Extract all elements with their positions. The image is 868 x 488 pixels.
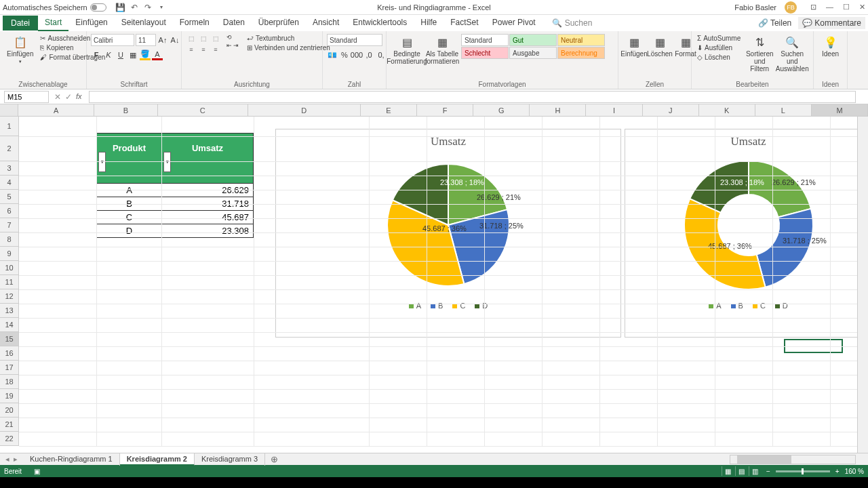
tab-ansicht[interactable]: Ansicht <box>306 15 346 31</box>
merge-button[interactable]: ⊞ Verbinden und zentrieren <box>245 43 332 52</box>
close-icon[interactable]: ✕ <box>859 3 865 12</box>
font-size-select[interactable]: 11 <box>136 34 156 46</box>
row-header[interactable]: 20 <box>0 403 19 418</box>
col-header[interactable]: M <box>812 104 868 116</box>
undo-icon[interactable]: ↶ <box>130 3 139 12</box>
inc-decimal-button[interactable]: ,0 <box>363 49 374 60</box>
autosave-toggle[interactable]: Automatisches Speichern <box>3 3 106 12</box>
row-header[interactable]: 19 <box>0 389 19 403</box>
col-header[interactable]: D <box>248 104 361 116</box>
col-header[interactable]: E <box>361 104 417 116</box>
table-row[interactable]: D23.308 <box>97 224 253 237</box>
filter-icon[interactable]: ▾ <box>163 152 171 172</box>
table-row[interactable]: B31.718 <box>97 197 253 210</box>
tab-power pivot[interactable]: Power Pivot <box>486 15 542 31</box>
horizontal-scrollbar[interactable] <box>730 455 856 464</box>
tab-next-icon[interactable]: ▸ <box>14 455 18 464</box>
data-table[interactable]: Produkt▾ Umsatz▾ A26.629B31.718C45.687D2… <box>96 133 254 238</box>
percent-button[interactable]: % <box>339 49 350 60</box>
col-header[interactable]: F <box>417 104 473 116</box>
insert-cells-button[interactable]: ▦Einfügen <box>623 34 646 59</box>
add-sheet-button[interactable]: ⊕ <box>265 454 283 464</box>
col-header[interactable]: J <box>643 104 699 116</box>
ideas-button[interactable]: 💡Ideen <box>818 34 843 59</box>
tab-überprüfen[interactable]: Überprüfen <box>252 15 306 31</box>
wrap-text-button[interactable]: ⮐ Textumbruch <box>245 34 332 43</box>
table-format-button[interactable]: ▦Als Tabelle formatieren <box>426 34 458 66</box>
alignment-grid[interactable]: ⬚⬚⬚≡≡≡ <box>186 34 221 54</box>
tab-seitenlayout[interactable]: Seitenlayout <box>115 15 173 31</box>
tab-einfügen[interactable]: Einfügen <box>68 15 114 31</box>
search-box[interactable]: 🔍 Suchen <box>552 18 593 28</box>
row-header[interactable]: 17 <box>0 361 19 375</box>
row-header[interactable]: 9 <box>0 247 19 261</box>
row-header[interactable]: 6 <box>0 204 19 218</box>
bold-button[interactable]: F <box>91 49 102 60</box>
indent-dec-button[interactable]: ⇤ <box>226 42 232 49</box>
paste-button[interactable]: 📋Einfügen▾ <box>4 34 36 66</box>
minimize-icon[interactable]: — <box>826 3 833 12</box>
tab-file[interactable]: Datei <box>3 16 38 30</box>
ribbon-options-icon[interactable]: ⊡ <box>810 3 816 12</box>
zoom-slider[interactable] <box>776 470 830 472</box>
number-format-select[interactable]: Standard <box>327 34 382 46</box>
conditional-format-button[interactable]: ▤Bedingte Formatierung <box>391 34 423 66</box>
confirm-formula-icon[interactable]: ✓ <box>65 92 72 102</box>
row-header[interactable]: 8 <box>0 232 19 247</box>
row-header[interactable]: 4 <box>0 176 19 190</box>
underline-button[interactable]: U <box>115 49 126 60</box>
tab-hilfe[interactable]: Hilfe <box>414 15 443 31</box>
indent-inc-button[interactable]: ⇥ <box>233 42 239 49</box>
row-header[interactable]: 13 <box>0 304 19 318</box>
vertical-scrollbar[interactable] <box>857 117 868 453</box>
font-name-select[interactable]: Calibri <box>91 34 134 46</box>
doughnut-chart[interactable]: Umsatz 26.629 ; 21% 31.718 ; 25% 45.687 … <box>625 129 868 338</box>
row-header[interactable]: 21 <box>0 418 19 432</box>
row-header[interactable]: 11 <box>0 275 19 289</box>
row-header[interactable]: 18 <box>0 375 19 389</box>
tab-daten[interactable]: Daten <box>216 15 252 31</box>
tab-entwicklertools[interactable]: Entwicklertools <box>346 15 414 31</box>
redo-icon[interactable]: ↷ <box>143 3 153 12</box>
row-header[interactable]: 14 <box>0 318 19 332</box>
normal-view-icon[interactable]: ▦ <box>722 466 734 476</box>
spreadsheet-grid[interactable]: ABCDEFGHIJKLM 12345678910111213141516171… <box>0 104 868 453</box>
fill-color-button[interactable]: 🪣 <box>140 49 151 60</box>
currency-button[interactable]: 💶 <box>327 49 338 60</box>
find-select-button[interactable]: 🔍Suchen und Auswählen <box>777 34 807 74</box>
row-header[interactable]: 22 <box>0 432 19 446</box>
sheet-tab[interactable]: Kreisdiagramm 2 <box>120 453 195 466</box>
filter-icon[interactable]: ▾ <box>98 152 106 172</box>
col-header[interactable]: G <box>473 104 530 116</box>
share-button[interactable]: 🔗Teilen <box>754 17 795 29</box>
italic-button[interactable]: K <box>103 49 114 60</box>
user-avatar[interactable]: FB <box>785 1 797 14</box>
delete-cells-button[interactable]: ▦Löschen <box>648 34 671 59</box>
sheet-tab[interactable]: Kuchen-Ringdiagramm 1 <box>23 453 120 466</box>
cell-styles[interactable]: Standard Gut Neutral Schlecht Ausgabe Be… <box>461 34 605 59</box>
user-name[interactable]: Fabio Basler <box>734 3 776 12</box>
name-box[interactable]: M15 <box>4 91 49 103</box>
row-header[interactable]: 16 <box>0 346 19 361</box>
maximize-icon[interactable]: ☐ <box>843 3 850 12</box>
col-header[interactable]: H <box>530 104 586 116</box>
tab-start[interactable]: Start <box>38 15 68 31</box>
formula-bar[interactable] <box>89 91 856 103</box>
page-layout-icon[interactable]: ▤ <box>735 466 747 476</box>
zoom-out-icon[interactable]: − <box>766 468 770 475</box>
macro-record-icon[interactable]: ▣ <box>34 468 40 475</box>
col-header[interactable]: L <box>755 104 812 116</box>
increase-font-icon[interactable]: A↑ <box>157 35 168 45</box>
sort-filter-button[interactable]: ⇅Sortieren und Filtern <box>745 34 774 74</box>
col-header[interactable]: C <box>158 104 248 116</box>
dec-decimal-button[interactable]: 0, <box>376 49 387 60</box>
select-all-corner[interactable] <box>0 104 18 116</box>
orientation-button[interactable]: ⟲ <box>226 34 239 41</box>
col-header[interactable]: I <box>586 104 642 116</box>
col-header[interactable]: B <box>94 104 158 116</box>
fx-icon[interactable]: fx <box>76 92 82 102</box>
row-header[interactable]: 15 <box>0 332 19 346</box>
sheet-tab[interactable]: Kreisdiagramm 3 <box>195 453 265 466</box>
col-header[interactable]: K <box>699 104 755 116</box>
table-row[interactable]: C45.687 <box>97 210 253 224</box>
